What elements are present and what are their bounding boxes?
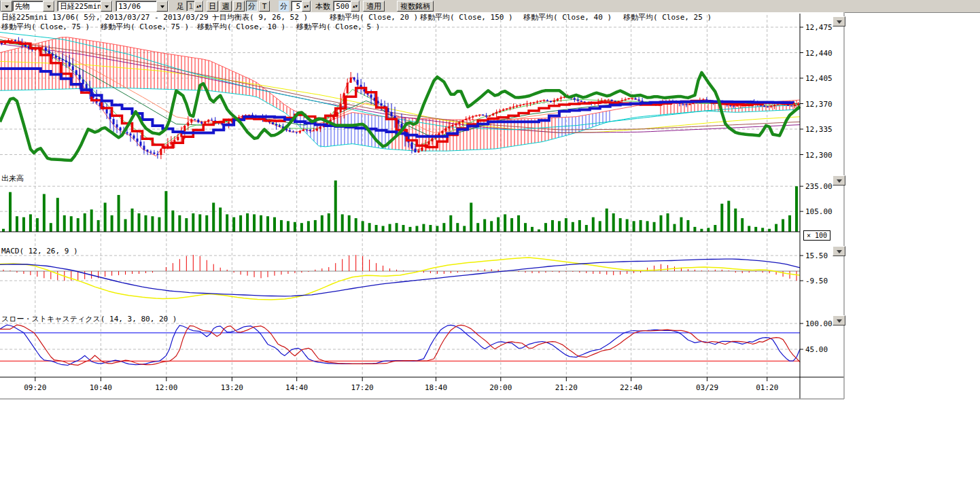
period-day-button[interactable]: 日 [207, 1, 218, 12]
candle-body [55, 56, 57, 58]
candle-body [79, 75, 81, 80]
candle-body [417, 151, 419, 153]
volume-bar [619, 218, 622, 232]
period-tick-button[interactable]: T [259, 1, 270, 12]
candle-body [167, 145, 169, 147]
main-panel-menu-button[interactable] [833, 16, 845, 27]
candle-body [69, 63, 71, 67]
volume-bar [510, 218, 513, 232]
volume-bar [368, 223, 371, 232]
y-axis-label: 100.00 [805, 319, 833, 328]
volume-bar [572, 222, 574, 232]
candle-body [536, 102, 538, 103]
volume-bar [476, 223, 479, 232]
volume-bar [633, 221, 635, 232]
candle-body [763, 106, 765, 107]
spinner-icon[interactable]: ▲▼ [302, 1, 311, 12]
x-axis-label: 22:40 [620, 383, 642, 392]
candle-body [611, 100, 613, 101]
macd-panel-menu-button[interactable] [833, 246, 845, 256]
volume-bar [307, 221, 310, 232]
candle-body [302, 130, 304, 131]
x-axis-label: 01:20 [756, 383, 778, 392]
candle-body [770, 106, 772, 107]
volume-bar [104, 203, 107, 232]
volume-bar [232, 217, 235, 232]
chevron-down-icon[interactable] [156, 1, 168, 12]
candle-body [126, 133, 128, 134]
left-combo-stub[interactable] [0, 1, 11, 12]
chevron-down-icon[interactable] [1, 1, 12, 12]
contract-month-value: 13/06 [116, 2, 156, 11]
candle-body [458, 122, 460, 124]
volume-bar [192, 213, 194, 232]
candle-body [136, 139, 138, 142]
minute-spinner[interactable]: 5 ▲▼ [291, 1, 311, 12]
candle-body [797, 104, 799, 105]
candle-body [767, 107, 769, 107]
chevron-down-icon [837, 20, 842, 27]
candle-body [482, 115, 484, 116]
candle-body [106, 109, 108, 113]
volume-bar [544, 223, 547, 232]
candle-body [557, 99, 559, 101]
volume-bar [415, 226, 418, 232]
price-chart-canvas[interactable]: 12,47512,44012,40512,37012,33512,300235.… [0, 12, 845, 400]
volume-panel-title: 出来高 [1, 174, 24, 183]
candle-body [86, 84, 88, 89]
candle-body [608, 100, 610, 101]
candle-body [316, 129, 318, 131]
volume-bar [551, 220, 554, 232]
candle-body [207, 120, 209, 122]
candle-body [773, 105, 775, 106]
volume-bar [389, 224, 391, 232]
volume-bar [185, 218, 188, 232]
volume-bar [429, 225, 432, 232]
candle-body [197, 120, 199, 122]
candle-body [333, 117, 335, 120]
candle-body [777, 105, 779, 105]
volume-bar [97, 220, 100, 232]
x-axis-label: 09:20 [24, 383, 46, 392]
candle-body [116, 124, 118, 128]
chevron-down-icon[interactable] [101, 1, 112, 12]
multi-symbol-button[interactable]: 複数銘柄 [397, 1, 434, 12]
candle-body [621, 101, 623, 101]
bar-interval-spinner[interactable]: 1 ▲▼ [186, 1, 204, 12]
minute-value: 5 [292, 2, 302, 11]
stoch-panel-menu-button[interactable] [833, 315, 845, 326]
x-axis-label: 10:40 [90, 383, 112, 392]
candle-body [519, 105, 521, 105]
volume-bar [612, 213, 615, 232]
indicator-line [0, 259, 800, 296]
volume-bar [761, 228, 764, 232]
spinner-icon[interactable]: ▲▼ [351, 1, 360, 12]
volume-bar [294, 222, 296, 232]
macd-panel-title: MACD( 12, 26, 9 ) [1, 247, 78, 256]
candle-body [574, 98, 576, 99]
volume-bar [137, 213, 140, 232]
contract-month-select[interactable]: 13/06 [116, 1, 169, 12]
apply-button[interactable]: 適用 [363, 1, 385, 12]
spinner-icon[interactable]: ▲▼ [194, 1, 203, 12]
candle-body [441, 131, 443, 134]
period-minute-button[interactable]: 分 [246, 1, 258, 12]
candle-body [190, 120, 192, 123]
volume-panel-menu-button[interactable] [833, 175, 845, 186]
legend-item: 移動平均( Close, 150 ) [420, 13, 513, 22]
candle-body [495, 112, 497, 113]
candle-body [275, 124, 277, 126]
candle-body [177, 137, 179, 140]
instrument-type-value: 先物 [13, 1, 43, 12]
instrument-type-select[interactable]: 先物 [12, 1, 55, 12]
chevron-down-icon[interactable] [43, 1, 54, 12]
candle-body [306, 130, 308, 130]
period-month-button[interactable]: 月 [233, 1, 245, 12]
instrument-select[interactable]: 日経225mini [57, 1, 113, 12]
count-spinner[interactable]: 500 ▲▼ [333, 1, 360, 12]
candle-body [705, 99, 707, 100]
volume-bar [321, 215, 323, 232]
legend-item: 一目均衡表( 9, 26, 52 ) [212, 13, 308, 22]
volume-bar [246, 213, 249, 232]
period-week-button[interactable]: 週 [220, 1, 232, 12]
